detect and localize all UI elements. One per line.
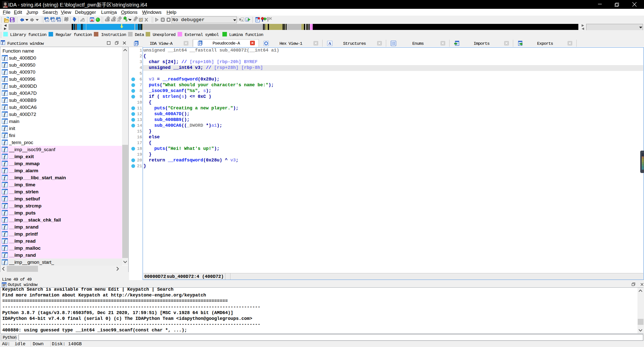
svg-text:T: T bbox=[53, 19, 54, 22]
svg-text:‘s’: ‘s’ bbox=[123, 18, 130, 23]
svg-text:#: # bbox=[47, 19, 48, 22]
svg-text:101: 101 bbox=[58, 19, 61, 21]
svg-text:A: A bbox=[329, 41, 331, 46]
svg-text:DATA: DATA bbox=[111, 19, 115, 21]
svg-text:c: c bbox=[247, 18, 248, 21]
svg-text:CODE: CODE bbox=[105, 19, 110, 21]
svg-text:c: c bbox=[242, 18, 243, 21]
svg-text:64: 64 bbox=[5, 5, 8, 8]
